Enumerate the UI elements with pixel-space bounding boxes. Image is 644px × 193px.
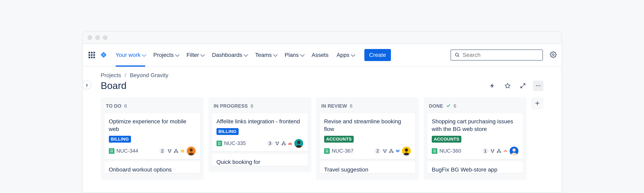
nav-label: Dashboards <box>212 52 242 58</box>
traffic-light-minimize[interactable] <box>95 35 100 40</box>
branch-icon <box>275 141 280 146</box>
card-title: Revise and streamline booking flow <box>324 118 411 133</box>
priority-highest-icon <box>503 149 508 153</box>
svg-point-33 <box>404 153 409 156</box>
traffic-light-maximize[interactable] <box>103 35 108 40</box>
subtask-icon <box>282 141 286 146</box>
svg-rect-29 <box>391 149 392 150</box>
branch-icon <box>383 149 387 153</box>
column-header[interactable]: TO DO 6 <box>104 101 200 113</box>
epic-tag[interactable]: BILLING <box>109 136 131 143</box>
assignee-avatar[interactable] <box>510 147 518 156</box>
card-title: BugFix BG Web-store app <box>432 166 518 174</box>
assignee-avatar[interactable] <box>187 147 196 156</box>
column-count: 6 <box>124 103 127 109</box>
window-titlebar <box>83 31 562 44</box>
search-icon <box>455 52 460 58</box>
top-nav: Your work Projects Filter Dashboards Tea… <box>83 44 562 66</box>
nav-your-work[interactable]: Your work <box>112 44 149 66</box>
issue-card[interactable]: Quick booking for <box>212 154 308 166</box>
issue-card[interactable]: Optimize experience for mobile web BILLI… <box>104 113 200 159</box>
assignee-avatar[interactable] <box>294 139 303 148</box>
nav-label: Apps <box>336 52 350 58</box>
svg-rect-37 <box>498 149 500 150</box>
nav-projects[interactable]: Projects <box>149 44 182 66</box>
svg-point-17 <box>188 153 194 156</box>
nav-filter[interactable]: Filter <box>182 44 208 66</box>
svg-rect-38 <box>497 152 498 153</box>
svg-point-16 <box>190 148 193 152</box>
epic-tag[interactable]: ACCOUNTS <box>324 136 354 143</box>
issue-key[interactable]: NUC-360 <box>440 148 461 154</box>
star-button[interactable] <box>502 81 513 91</box>
story-issue-icon <box>324 148 330 154</box>
add-column-button[interactable] <box>531 97 543 109</box>
column-count: 6 <box>454 103 456 109</box>
epic-tag[interactable]: ACCOUNTS <box>432 136 461 143</box>
svg-point-34 <box>491 149 492 150</box>
nav-plans[interactable]: Plans <box>281 44 308 66</box>
svg-point-4 <box>536 85 537 86</box>
svg-point-40 <box>512 148 516 152</box>
issue-key[interactable]: NUC-344 <box>116 148 138 154</box>
svg-point-32 <box>405 148 408 152</box>
nav-dashboards[interactable]: Dashboards <box>208 44 251 66</box>
app-switcher-icon[interactable] <box>88 51 96 59</box>
svg-rect-13 <box>181 150 184 150</box>
automation-button[interactable] <box>487 81 498 91</box>
create-button[interactable]: Create <box>364 49 391 61</box>
svg-rect-22 <box>282 144 283 145</box>
nav-label: Filter <box>186 52 199 58</box>
issue-card[interactable]: Affelite links integration - frontend BI… <box>212 113 308 151</box>
issue-card[interactable]: Shopping cart purchasing issues with the… <box>427 113 523 159</box>
nav-teams[interactable]: Teams <box>251 44 280 66</box>
priority-medium-icon <box>180 149 185 153</box>
breadcrumb-project[interactable]: Beyond Gravity <box>130 72 168 79</box>
more-icon <box>535 83 541 89</box>
svg-rect-15 <box>181 152 184 152</box>
chevron-down-icon <box>244 52 248 57</box>
column-header[interactable]: DONE 6 <box>427 101 523 113</box>
column-count: 6 <box>251 103 253 109</box>
chevron-down-icon <box>300 52 305 57</box>
issue-card[interactable]: Revise and streamline booking flow ACCOU… <box>320 113 415 159</box>
issue-card[interactable]: BugFix BG Web-store app <box>427 162 523 174</box>
svg-point-6 <box>539 85 540 86</box>
assignee-avatar[interactable] <box>402 147 411 156</box>
breadcrumb-root[interactable]: Projects <box>101 72 121 79</box>
traffic-light-close[interactable] <box>88 35 92 40</box>
nav-assets[interactable]: Assets <box>308 44 332 66</box>
star-icon <box>504 83 510 89</box>
column-header[interactable]: IN REVIEW 6 <box>320 101 415 113</box>
nav-apps[interactable]: Apps <box>332 44 358 66</box>
svg-rect-31 <box>392 152 393 153</box>
epic-tag[interactable]: BILLING <box>216 128 238 135</box>
svg-rect-14 <box>181 151 184 151</box>
board-column: TO DO 6 Optimize experience for mobile w… <box>101 97 204 180</box>
chevron-down-icon <box>200 52 205 57</box>
svg-point-18 <box>276 142 277 143</box>
nav-label: Projects <box>153 52 174 58</box>
search-box[interactable] <box>450 49 543 61</box>
column-header[interactable]: IN PROGRESS 6 <box>212 101 308 113</box>
story-points-badge: 3 <box>267 140 273 146</box>
issue-card[interactable]: Onboard workout options <box>104 162 200 174</box>
gear-icon <box>550 51 557 58</box>
issue-key[interactable]: NUC-335 <box>224 140 246 146</box>
issue-key[interactable]: NUC-367 <box>332 148 354 154</box>
story-points-badge: 2 <box>159 148 166 154</box>
jira-logo-icon[interactable] <box>100 51 108 59</box>
search-input[interactable] <box>463 52 539 58</box>
check-icon <box>446 103 451 109</box>
settings-button[interactable] <box>550 51 557 59</box>
svg-point-7 <box>168 149 169 150</box>
chevron-down-icon <box>273 52 278 57</box>
branch-icon <box>168 149 172 153</box>
column-title: IN REVIEW <box>321 103 347 109</box>
more-button[interactable] <box>533 81 544 91</box>
svg-rect-21 <box>283 142 284 143</box>
breadcrumb: Projects / Beyond Gravity <box>101 72 544 79</box>
issue-card[interactable]: Travel suggestion <box>320 162 415 174</box>
fullscreen-button[interactable] <box>518 81 528 91</box>
nav-label: Plans <box>285 52 299 58</box>
